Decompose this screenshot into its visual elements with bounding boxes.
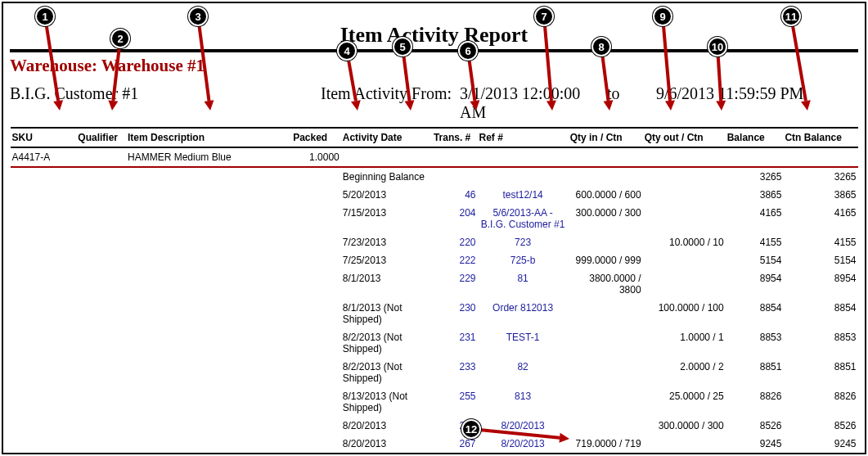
ref-number[interactable]: 813 [478,387,569,417]
activity-row: 8/20/20132678/20/2013719.0000 / 71992459… [11,435,858,453]
qty-in: 300.0000 / 300 [569,204,643,233]
ref-number[interactable]: 5/6/2013-AA - B.I.G. Customer #1 [478,204,569,233]
activity-row: 5/20/201346test12/14600.0000 / 600386538… [11,186,858,204]
callout-10: 10 [708,37,727,56]
rule-top [10,49,858,52]
ctn-balance: 8526 [783,417,857,435]
callout-bubble: 12 [461,419,481,439]
qty-in: 719.0000 / 719 [569,435,643,453]
callout-bubble: 5 [393,37,412,56]
activity-row: 8/2/2013 (Not Shipped)233822.0000 / 2885… [11,358,858,387]
ref-number[interactable]: test12/14 [478,186,569,204]
ctn-balance: 8954 [783,269,857,299]
from-datetime: 3/1/2013 12:00:00 AM [460,84,607,122]
qty-in: 3800.0000 / 3800 [569,269,643,299]
activity-row: 8/20/20132668/20/2013300.0000 / 30085268… [11,417,858,435]
activity-date: 8/13/2013 (Not Shipped) [341,387,432,417]
activity-row: 8/1/2013229813800.0000 / 380089548954 [11,269,858,299]
header-row: SKU Qualifier Item Description Packed Ac… [11,128,858,147]
callout-12: 12 [461,419,481,439]
item-packed: 1.0000 [291,147,341,167]
ending-balance-row: Ending Balance 9245 9245 [11,453,858,456]
qty-out [643,186,726,204]
balance: 8954 [726,269,784,299]
qty-in: 600.0000 / 600 [569,186,643,204]
col-ctn-balance: Ctn Balance [783,128,857,147]
qty-in [569,233,643,251]
balance: 3865 [726,186,784,204]
item-qualifier [76,147,126,167]
qty-in [569,417,643,435]
trans-number[interactable]: 255 [432,387,478,417]
beginning-ctn-balance: 3265 [783,167,857,186]
beginning-balance-label: Beginning Balance [341,167,432,186]
info-row: B.I.G. Customer #1 Item Activity From: 3… [10,84,858,122]
activity-row: 7/23/201322072310.0000 / 1041554155 [11,233,858,251]
ref-number[interactable]: TEST-1 [478,328,569,358]
qty-in [569,299,643,328]
ref-number[interactable]: 723 [478,233,569,251]
trans-number[interactable]: 229 [432,269,478,299]
activity-row: 8/1/2013 (Not Shipped)230Order 812013100… [11,299,858,328]
qty-out: 2.0000 / 2 [643,358,726,387]
col-packed: Packed [291,128,341,147]
callout-bubble: 8 [591,37,611,56]
ref-number[interactable]: 81 [478,269,569,299]
balance: 8826 [726,387,784,417]
col-qualifier: Qualifier [76,128,126,147]
ref-number[interactable]: 82 [478,358,569,387]
to-label: to [607,84,656,122]
activity-row: 7/25/2013222725-b999.0000 / 99951545154 [11,251,858,269]
activity-row: 8/13/2013 (Not Shipped)25581325.0000 / 2… [11,387,858,417]
callout-bubble: 7 [534,7,554,26]
activity-date: 8/20/2013 [341,417,432,435]
balance: 4155 [726,233,784,251]
balance: 4165 [726,204,784,233]
callout-6: 6 [458,41,478,61]
qty-out: 1.0000 / 1 [643,328,726,358]
balance: 5154 [726,251,784,269]
callout-bubble: 6 [458,41,478,61]
trans-number[interactable]: 231 [432,328,478,358]
ctn-balance: 8826 [783,387,857,417]
activity-date: 8/1/2013 [341,269,432,299]
col-qty-out: Qty out / Ctn [643,128,726,147]
activity-date: 8/1/2013 (Not Shipped) [341,299,432,328]
trans-number[interactable]: 222 [432,251,478,269]
ctn-balance: 4155 [783,233,857,251]
callout-bubble: 3 [188,7,208,26]
callout-bubble: 9 [653,7,672,26]
trans-number[interactable]: 46 [432,186,478,204]
trans-number[interactable]: 233 [432,358,478,387]
trans-number[interactable]: 220 [432,233,478,251]
trans-number[interactable]: 204 [432,204,478,233]
balance: 8851 [726,358,784,387]
report-title: Item Activity Report [10,23,858,47]
ctn-balance: 9245 [783,435,857,453]
callout-2: 2 [110,29,130,48]
callout-8: 8 [591,37,611,56]
qty-out [643,251,726,269]
activity-row: 7/15/20132045/6/2013-AA - B.I.G. Custome… [11,204,858,233]
ctn-balance: 8854 [783,299,857,328]
activity-date: 5/20/2013 [341,186,432,204]
callout-3: 3 [188,7,208,26]
qty-in [569,328,643,358]
trans-number[interactable]: 230 [432,299,478,328]
qty-out [643,269,726,299]
qty-out: 10.0000 / 10 [643,233,726,251]
beginning-balance-row: Beginning Balance 3265 3265 [11,167,858,186]
callout-bubble: 1 [35,7,55,26]
item-description: HAMMER Medium Blue [126,147,291,167]
ref-number[interactable]: Order 812013 [478,299,569,328]
callout-9: 9 [653,7,672,26]
activity-date: 7/15/2013 [341,204,432,233]
balance: 8526 [726,417,784,435]
col-ref: Ref # [478,128,569,147]
col-qty-in: Qty in / Ctn [569,128,643,147]
to-datetime: 9/6/2013 11:59:59 PM [656,84,858,122]
qty-out: 25.0000 / 25 [643,387,726,417]
qty-in [569,387,643,417]
ref-number[interactable]: 725-b [478,251,569,269]
activity-date: 7/25/2013 [341,251,432,269]
